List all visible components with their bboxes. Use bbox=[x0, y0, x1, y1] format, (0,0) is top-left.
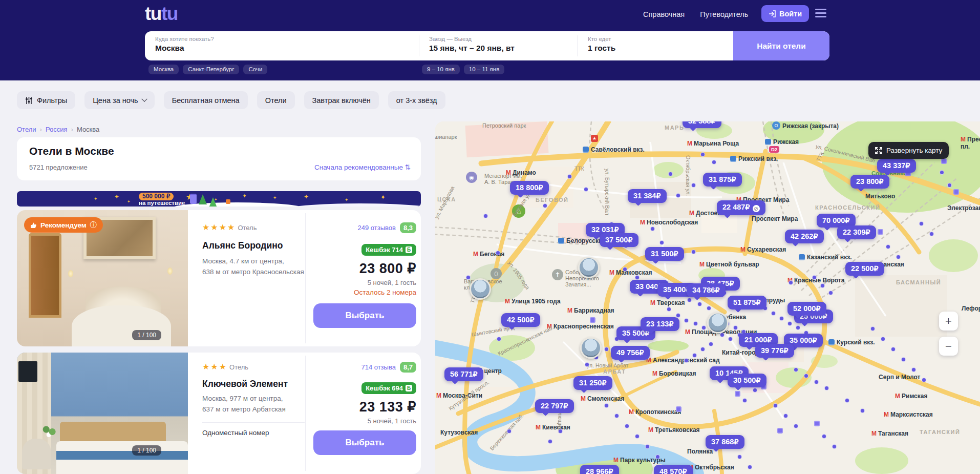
map-hotel-dot[interactable] bbox=[794, 367, 798, 372]
map-hotel-dot[interactable] bbox=[567, 174, 572, 179]
map-price-bubble[interactable]: 51 875₽ bbox=[728, 296, 766, 310]
map-photo-marker[interactable] bbox=[707, 312, 729, 334]
map-hotel-dot[interactable] bbox=[709, 342, 713, 346]
map-hotel-dot[interactable] bbox=[668, 172, 673, 176]
map-hotel-dot[interactable] bbox=[693, 321, 698, 326]
map-photo-marker[interactable] bbox=[580, 337, 602, 359]
date-chip-2[interactable]: 10 – 11 янв bbox=[464, 65, 504, 74]
map-hotel-dot[interactable] bbox=[787, 321, 792, 326]
map-hotel-dot[interactable] bbox=[742, 398, 747, 403]
map-price-bubble[interactable]: 56 771₽ bbox=[444, 367, 483, 381]
map-hotel-dot[interactable] bbox=[804, 374, 808, 378]
destination-field[interactable]: Куда хотите поехать? Москва bbox=[145, 31, 419, 60]
map-hotel-dot[interactable] bbox=[922, 378, 926, 382]
map-hotel-dot[interactable] bbox=[692, 353, 697, 358]
map-hotel-dot[interactable] bbox=[820, 283, 825, 288]
map-price-bubble[interactable]: 39 776₽ bbox=[755, 344, 794, 358]
map-price-bubble[interactable]: 31 500₽ bbox=[645, 247, 684, 261]
map-zoom-out-button[interactable]: − bbox=[939, 337, 958, 356]
date-chip-1[interactable]: 9 – 10 янв bbox=[422, 65, 460, 74]
filter-hotels[interactable]: Отели bbox=[257, 91, 295, 109]
map-hotel-dot[interactable] bbox=[870, 326, 875, 331]
filter-stars[interactable]: от 3-х звёзд bbox=[388, 91, 445, 109]
guests-field[interactable]: Кто едет 1 гость bbox=[578, 31, 733, 60]
map-hotel-dot[interactable] bbox=[543, 203, 547, 208]
map-price-bubble[interactable]: 37 500₽ bbox=[600, 233, 638, 247]
map-hotel-dot[interactable] bbox=[655, 455, 660, 459]
map-hotel-dot[interactable] bbox=[483, 214, 488, 218]
map-hotel-dot[interactable] bbox=[773, 403, 778, 408]
map-hotel-dot[interactable] bbox=[584, 187, 588, 192]
map-hotel-dot[interactable] bbox=[712, 160, 716, 164]
map-hotel-dot[interactable] bbox=[720, 333, 725, 337]
map-photo-marker[interactable] bbox=[470, 278, 491, 300]
map-hotel-dot[interactable] bbox=[919, 221, 924, 226]
map-hotel-dot[interactable] bbox=[891, 347, 896, 352]
map-price-bubble[interactable]: 22 797₽ bbox=[535, 399, 574, 413]
info-icon[interactable]: ⓘ bbox=[90, 220, 97, 230]
breadcrumb-hotels[interactable]: Отели bbox=[17, 126, 36, 133]
map-photo-marker[interactable] bbox=[578, 257, 600, 278]
map-hotel-dot[interactable] bbox=[585, 362, 589, 367]
filter-price[interactable]: Цена за ночь bbox=[84, 91, 155, 109]
map-hotel-dot[interactable] bbox=[659, 240, 664, 245]
map-price-bubble[interactable]: 18 800₽ bbox=[510, 181, 549, 195]
map-hotel-dot[interactable] bbox=[822, 434, 826, 439]
select-button[interactable]: Выбрать bbox=[313, 303, 416, 328]
map-hotel-dot[interactable] bbox=[794, 424, 798, 428]
reviews-link[interactable]: 249 отзывов bbox=[358, 224, 396, 232]
map-hotel-dot[interactable] bbox=[911, 367, 916, 372]
nav-help[interactable]: Справочная bbox=[643, 10, 685, 18]
map-price-bubble[interactable]: 34 786₽ bbox=[687, 283, 726, 297]
hotel-photo[interactable]: Рекомендуем ⓘ 1 / 100 bbox=[17, 210, 188, 346]
city-chip-sochi[interactable]: Сочи bbox=[243, 65, 267, 74]
menu-icon[interactable] bbox=[815, 9, 826, 18]
hotels-map[interactable]: ♘ ⬯ ✝ ◉ О D2 ★ ММарьина РощаРижскаяРижск… bbox=[435, 121, 980, 474]
map-hotel-dot[interactable] bbox=[783, 414, 788, 418]
map-price-bubble[interactable]: 22 487₽⊘ bbox=[717, 200, 765, 215]
hotel-name[interactable]: Ключевой Элемент bbox=[202, 379, 310, 389]
map-price-bubble[interactable]: 31 250₽ bbox=[573, 376, 612, 390]
map-hotel-dot[interactable] bbox=[824, 386, 829, 390]
map-hotel-dot[interactable] bbox=[497, 337, 501, 341]
map-hotel-dot[interactable] bbox=[684, 358, 689, 363]
map-hotel-dot[interactable] bbox=[700, 347, 705, 352]
filter-free-cancel[interactable]: Бесплатная отмена bbox=[164, 91, 248, 109]
expand-map-button[interactable]: Развернуть карту bbox=[868, 142, 949, 159]
dates-field[interactable]: Заезд — Выезд 15 янв, чт – 20 янв, вт bbox=[419, 31, 578, 60]
breadcrumb-russia[interactable]: Россия bbox=[46, 126, 68, 133]
nav-guide[interactable]: Путеводитель bbox=[700, 10, 748, 18]
map-price-bubble[interactable]: 37 868₽ bbox=[706, 435, 744, 449]
map-price-bubble[interactable]: 23 800₽ bbox=[850, 175, 889, 189]
map-hotel-dot[interactable] bbox=[650, 226, 655, 231]
map-hotel-dot[interactable] bbox=[940, 170, 944, 175]
promo-banner[interactable]: ✦ ✦ ✦ ★ ✦ ✦ ✦ ✦ ✦ ✦ 500 000 ₽ на путешес… bbox=[17, 191, 421, 207]
city-chip-moscow[interactable]: Москва bbox=[148, 65, 179, 74]
map-hotel-dot[interactable] bbox=[779, 316, 784, 321]
map-hotel-dot[interactable] bbox=[667, 307, 671, 312]
map-hotel-dot[interactable] bbox=[623, 267, 627, 272]
map-hotel-dot[interactable] bbox=[684, 318, 689, 323]
login-button[interactable]: Войти bbox=[761, 5, 809, 22]
map-hotel-dot[interactable] bbox=[604, 403, 609, 408]
map-hotel-dot[interactable] bbox=[707, 306, 711, 311]
map-hotel-dot[interactable] bbox=[548, 439, 552, 444]
map-hotel-dot[interactable] bbox=[828, 291, 833, 295]
hotel-photo[interactable]: 1 / 100 bbox=[17, 353, 188, 474]
map-hotel-dot[interactable] bbox=[771, 311, 776, 316]
map-hotel-dot[interactable] bbox=[466, 275, 471, 280]
map-hotel-dot[interactable] bbox=[496, 251, 500, 255]
map-hotel-dot[interactable] bbox=[676, 313, 680, 318]
map-price-bubble[interactable]: 31 875₽ bbox=[703, 173, 742, 187]
city-chip-spb[interactable]: Санкт-Петербург bbox=[183, 65, 239, 74]
map-price-bubble[interactable]: 42 262₽ bbox=[785, 230, 824, 243]
map-hotel-dot[interactable] bbox=[558, 429, 563, 434]
map-hotel-dot[interactable] bbox=[881, 337, 885, 341]
map-hotel-dot[interactable] bbox=[814, 380, 819, 384]
map-hotel-dot[interactable] bbox=[748, 465, 752, 469]
map-hotel-dot[interactable] bbox=[635, 275, 640, 280]
map-price-bubble[interactable]: 49 756₽ bbox=[611, 346, 650, 360]
map-hotel-dot[interactable] bbox=[789, 280, 793, 285]
map-hotel-dot[interactable] bbox=[691, 183, 696, 188]
map-price-bubble[interactable]: 22 309₽ bbox=[837, 225, 876, 239]
